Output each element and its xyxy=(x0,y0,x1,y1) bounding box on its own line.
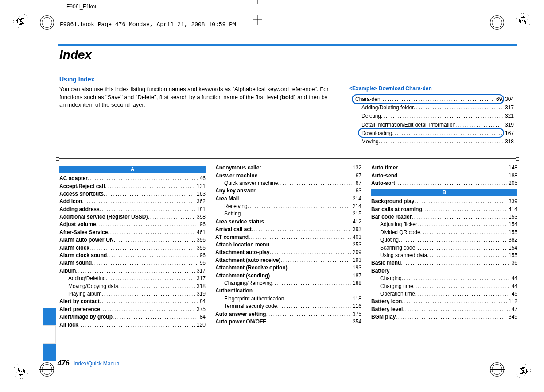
index-column: Anonymous caller132Answer machine67Quick… xyxy=(215,164,361,329)
index-entry: Attachment auto-play209 xyxy=(215,249,361,256)
example-box: Chara-den69, 304Adding/Deleting folder31… xyxy=(349,93,517,148)
example-row: Downloading167 xyxy=(355,129,514,138)
entry-label: Playing album xyxy=(59,290,101,298)
leader-dots xyxy=(100,206,195,213)
footer-section: Index/Quick Manual xyxy=(74,361,120,367)
index-entry: Authentication xyxy=(215,287,361,295)
entry-label: Battery level xyxy=(371,306,403,313)
entry-page: 45 xyxy=(510,290,517,298)
printmark-circle xyxy=(490,15,504,30)
page-title: Index xyxy=(59,48,517,62)
entry-page: 187 xyxy=(351,272,361,280)
entry-label: Receiving xyxy=(215,203,248,210)
leader-dots xyxy=(412,213,507,221)
entry-page: 96 xyxy=(198,259,206,267)
entry-page: 214 xyxy=(351,203,361,210)
leader-dots xyxy=(252,226,351,233)
index-entry: Auto-send188 xyxy=(371,172,517,180)
leader-dots xyxy=(113,313,198,321)
leader-dots xyxy=(414,104,503,112)
entry-page: 132 xyxy=(351,164,361,172)
entry-page: 44 xyxy=(510,275,517,282)
printmark-cross xyxy=(253,15,262,25)
entry-page: 356 xyxy=(195,236,206,244)
index-entry: Attachment (auto receive)193 xyxy=(215,257,361,264)
leader-dots xyxy=(455,121,503,129)
entry-label: AT command xyxy=(215,234,249,241)
entry-page: 155 xyxy=(507,229,517,236)
entry-page: 193 xyxy=(351,257,361,264)
leader-dots xyxy=(284,295,351,303)
example-label: Chara-den xyxy=(355,95,381,104)
entry-label: Battery xyxy=(371,267,389,275)
entry-label: Album xyxy=(59,267,76,275)
entry-page: 339 xyxy=(507,198,517,205)
entry-label: Alarm auto power ON xyxy=(59,236,114,244)
index-entry: Alarm auto power ON356 xyxy=(59,236,206,244)
entry-page: 412 xyxy=(351,218,361,226)
printmark-circle xyxy=(40,15,54,30)
leader-dots xyxy=(398,164,507,172)
entry-label: Auto-sort xyxy=(371,180,395,187)
index-entry: Bar code reader153 xyxy=(371,213,517,221)
letter-heading: A xyxy=(59,166,206,173)
entry-label: Attachment auto-play xyxy=(215,249,270,256)
entry-page: 398 xyxy=(195,213,206,221)
entry-page: 181 xyxy=(195,206,206,213)
leader-dots xyxy=(392,129,503,138)
leader-dots xyxy=(76,267,195,275)
leader-dots xyxy=(395,180,507,187)
leader-dots xyxy=(264,218,351,226)
index-subentry: Changing/Removing188 xyxy=(215,280,361,287)
entry-label: Moving/Copying data xyxy=(59,283,118,290)
leader-dots xyxy=(381,95,494,104)
leader-dots xyxy=(101,290,195,298)
entry-label: Accept/Reject call xyxy=(59,183,105,190)
entry-page: 414 xyxy=(507,206,517,213)
entry-label: Charging time xyxy=(371,283,413,290)
entry-label: Attach location menu xyxy=(215,241,269,249)
leader-dots xyxy=(239,195,351,203)
leader-dots xyxy=(413,283,510,290)
printmark-circle xyxy=(40,362,54,377)
leader-dots xyxy=(107,252,198,259)
entry-page: 148 xyxy=(507,164,517,172)
entry-page: 215 xyxy=(351,210,361,218)
example-page: 321 xyxy=(503,112,514,120)
entry-page: 188 xyxy=(351,280,361,287)
entry-page: 403 xyxy=(351,234,361,241)
entry-label: Auto timer xyxy=(371,164,398,172)
printmark-radial xyxy=(516,13,531,28)
index-entry: Alarm clock sound96 xyxy=(59,252,206,259)
entry-label: Additional service (Register USSD) xyxy=(59,213,148,221)
leader-dots xyxy=(92,259,198,267)
leader-dots xyxy=(256,187,354,195)
entry-label: Adding/Deleting xyxy=(59,275,106,282)
entry-page: 253 xyxy=(351,241,361,249)
leader-dots xyxy=(106,275,195,282)
printmark-radial xyxy=(13,364,28,379)
index-entry: Auto-sort205 xyxy=(371,180,517,187)
index-entry: Background play339 xyxy=(371,198,517,205)
leader-dots xyxy=(105,183,195,190)
leader-dots xyxy=(397,172,507,180)
entry-label: After-Sales Service xyxy=(59,229,108,236)
index-entry: Accept/Reject call131 xyxy=(59,183,206,190)
page-number: 476 xyxy=(58,359,70,367)
entry-label: Background play xyxy=(371,198,414,205)
index-subentry: Receiving214 xyxy=(215,203,361,210)
horizontal-rule xyxy=(58,70,517,70)
printmark-circle xyxy=(490,362,504,377)
entry-label: Charging xyxy=(371,275,402,282)
page-root: F906i_E1kou F906i.book Page 476 Monday, … xyxy=(0,0,544,392)
leader-dots xyxy=(403,306,509,313)
leader-dots xyxy=(257,172,354,180)
leader-dots xyxy=(414,198,507,205)
entry-label: Alert preference xyxy=(59,306,100,313)
leader-dots xyxy=(270,249,351,256)
index-entry: Adjust volume96 xyxy=(59,221,206,228)
entry-page: 36 xyxy=(510,259,517,267)
leader-dots xyxy=(89,244,195,252)
entry-label: Area Mail xyxy=(215,195,239,203)
entry-label: Access shortcuts xyxy=(59,190,104,198)
